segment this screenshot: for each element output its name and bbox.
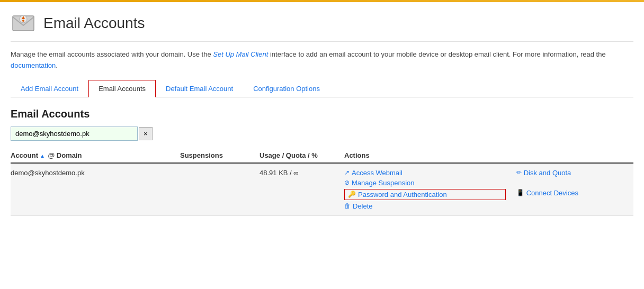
page-title: Email Accounts	[43, 15, 145, 32]
pencil-icon: ✏	[516, 169, 522, 176]
tab-email-accounts[interactable]: Email Accounts	[88, 80, 156, 97]
table-header: Account▲ @ Domain Suspensions Usage / Qu…	[11, 148, 633, 164]
action-connect-devices[interactable]: 📱 Connect Devices	[516, 189, 633, 197]
action-manage-suspension[interactable]: ⊘ Manage Suspension	[344, 179, 506, 187]
trash-icon: 🗑	[344, 202, 351, 210]
cell-usage: 48.91 KB / ∞	[260, 169, 344, 177]
th-usage: Usage / Quota / %	[260, 151, 344, 159]
action-disk-and-quota[interactable]: ✏ Disk and Quota	[516, 169, 633, 177]
email-accounts-icon	[11, 11, 36, 36]
action-password-authentication[interactable]: 🔑 Password and Authentication	[344, 189, 506, 200]
tabs-container: Add Email Account Email Accounts Default…	[11, 80, 633, 97]
tab-default-email-account[interactable]: Default Email Account	[156, 80, 243, 97]
table-row: demo@skyhostdemo.pk 48.91 KB / ∞ ↗︎ Acce…	[11, 164, 633, 216]
cell-account: demo@skyhostdemo.pk	[11, 169, 180, 177]
th-actions: Actions	[344, 151, 633, 159]
set-up-mail-client-link[interactable]: Set Up Mail Client	[213, 50, 268, 58]
ban-icon: ⊘	[344, 179, 350, 186]
actions-grid: ↗︎ Access Webmail ✏ Disk and Quota ⊘ Man…	[344, 169, 633, 210]
action-access-webmail[interactable]: ↗︎ Access Webmail	[344, 169, 506, 177]
documentation-link[interactable]: documentation	[11, 61, 56, 69]
tab-add-email-account[interactable]: Add Email Account	[11, 80, 88, 97]
page-container: Email Accounts Manage the email accounts…	[0, 2, 644, 224]
th-suspensions: Suspensions	[180, 151, 260, 159]
search-clear-button[interactable]: ×	[139, 127, 153, 140]
mobile-icon: 📱	[516, 189, 524, 196]
svg-point-3	[22, 20, 24, 22]
search-input[interactable]	[11, 127, 138, 141]
section-title: Email Accounts	[11, 108, 633, 120]
key-icon: 🔑	[348, 191, 356, 198]
th-account: Account▲ @ Domain	[11, 151, 180, 159]
page-description: Manage the email accounts associated wit…	[11, 49, 633, 71]
cell-actions: ↗︎ Access Webmail ✏ Disk and Quota ⊘ Man…	[344, 169, 633, 210]
external-link-icon: ↗︎	[344, 169, 350, 176]
tab-configuration-options[interactable]: Configuration Options	[243, 80, 330, 97]
search-row: ×	[11, 127, 633, 141]
page-header: Email Accounts	[11, 11, 633, 42]
action-delete[interactable]: 🗑 Delete	[344, 202, 506, 210]
